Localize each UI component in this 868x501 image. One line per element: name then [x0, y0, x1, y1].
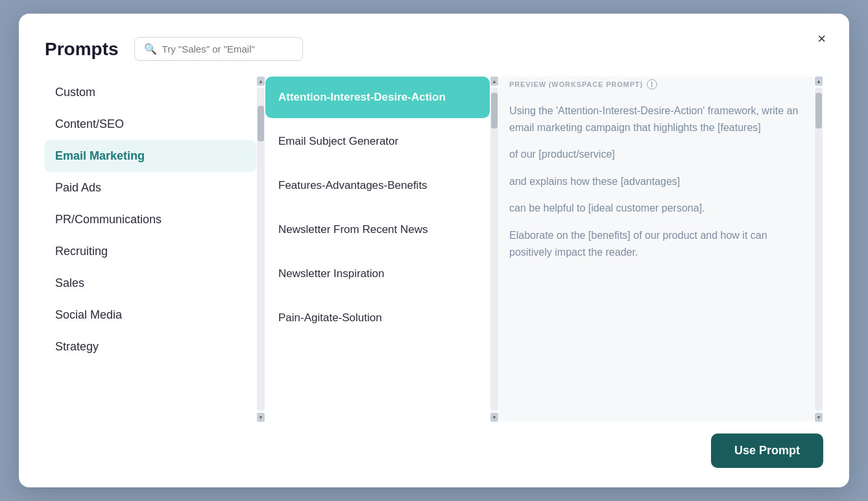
preview-paragraph: Using the 'Attention-Interest-Desire-Act…	[509, 103, 804, 136]
preview-scroll-up[interactable]: ▲	[815, 77, 823, 86]
preview-label: PREVIEW (WORKSPACE PROMPT) i	[509, 79, 804, 90]
prompts-modal: Prompts 🔍 × CustomContent/SEOEmail Marke…	[19, 14, 849, 487]
prompts-scroll-thumb	[491, 93, 498, 128]
preview-paragraph: and explains how these [advantages]	[509, 173, 804, 190]
prompt-item-pas[interactable]: Pain-Agitate-Solution	[265, 297, 490, 339]
categories-scroll-up[interactable]: ▲	[257, 77, 265, 86]
preview-label-text: PREVIEW (WORKSPACE PROMPT)	[509, 80, 643, 88]
prompt-item-aida[interactable]: Attention-Interest-Desire-Action	[265, 77, 490, 118]
sidebar-item-paid-ads[interactable]: Paid Ads	[45, 172, 256, 204]
search-icon: 🔍	[144, 43, 157, 55]
categories-scrollbar: ▲ ▼	[256, 77, 265, 422]
use-prompt-button[interactable]: Use Prompt	[711, 434, 823, 468]
preview-section: PREVIEW (WORKSPACE PROMPT) i Using the '…	[499, 77, 823, 422]
preview-scrollbar: ▲ ▼	[814, 77, 823, 422]
categories-scroll-down[interactable]: ▼	[257, 413, 265, 422]
preview-paragraph: Elaborate on the [benefits] of our produ…	[509, 227, 804, 260]
sidebar-item-social-media[interactable]: Social Media	[45, 299, 256, 331]
prompt-item-email-subject[interactable]: Email Subject Generator	[265, 121, 490, 162]
search-input[interactable]	[162, 43, 293, 55]
categories-section: CustomContent/SEOEmail MarketingPaid Ads…	[45, 77, 265, 422]
sidebar-item-strategy[interactable]: Strategy	[45, 331, 256, 363]
modal-overlay: Prompts 🔍 × CustomContent/SEOEmail Marke…	[0, 0, 868, 501]
modal-header: Prompts 🔍 ×	[45, 37, 823, 61]
prompts-scroll-track	[490, 88, 498, 411]
sidebar-item-content-seo[interactable]: Content/SEO	[45, 108, 256, 140]
preview-content: Using the 'Attention-Interest-Desire-Act…	[509, 103, 804, 260]
prompt-item-fab[interactable]: Features-Advantages-Benefits	[265, 165, 490, 206]
search-bar[interactable]: 🔍	[134, 37, 303, 61]
prompts-list: Attention-Interest-Desire-ActionEmail Su…	[265, 77, 490, 422]
sidebar-item-sales[interactable]: Sales	[45, 267, 256, 299]
categories-scroll-track	[257, 88, 265, 411]
prompt-item-newsletter-news[interactable]: Newsletter From Recent News	[265, 209, 490, 250]
sidebar-item-email-marketing[interactable]: Email Marketing	[45, 140, 256, 172]
info-icon[interactable]: i	[647, 79, 657, 90]
preview-scroll-track	[815, 88, 823, 411]
prompt-item-newsletter-inspiration[interactable]: Newsletter Inspiration	[265, 253, 490, 295]
prompts-scroll-up[interactable]: ▲	[490, 77, 498, 86]
preview-scroll-thumb	[815, 93, 822, 128]
modal-title: Prompts	[45, 39, 119, 60]
preview-paragraph: can be helpful to [ideal customer person…	[509, 200, 804, 217]
prompts-section: Attention-Interest-Desire-ActionEmail Su…	[265, 77, 499, 422]
sidebar-item-recruiting[interactable]: Recruiting	[45, 236, 256, 267]
categories-list: CustomContent/SEOEmail MarketingPaid Ads…	[45, 77, 256, 422]
prompts-scrollbar: ▲ ▼	[490, 77, 499, 422]
modal-footer: Use Prompt	[45, 422, 823, 468]
columns-container: CustomContent/SEOEmail MarketingPaid Ads…	[45, 77, 823, 422]
preview-scroll-down[interactable]: ▼	[815, 413, 823, 422]
preview-col: PREVIEW (WORKSPACE PROMPT) i Using the '…	[499, 77, 814, 422]
sidebar-item-pr-communications[interactable]: PR/Communications	[45, 204, 256, 236]
prompts-scroll-down[interactable]: ▼	[490, 413, 498, 422]
close-button[interactable]: ×	[817, 32, 826, 46]
preview-paragraph: of our [product/service]	[509, 146, 804, 163]
sidebar-item-custom[interactable]: Custom	[45, 77, 256, 108]
categories-scroll-thumb	[258, 106, 264, 141]
